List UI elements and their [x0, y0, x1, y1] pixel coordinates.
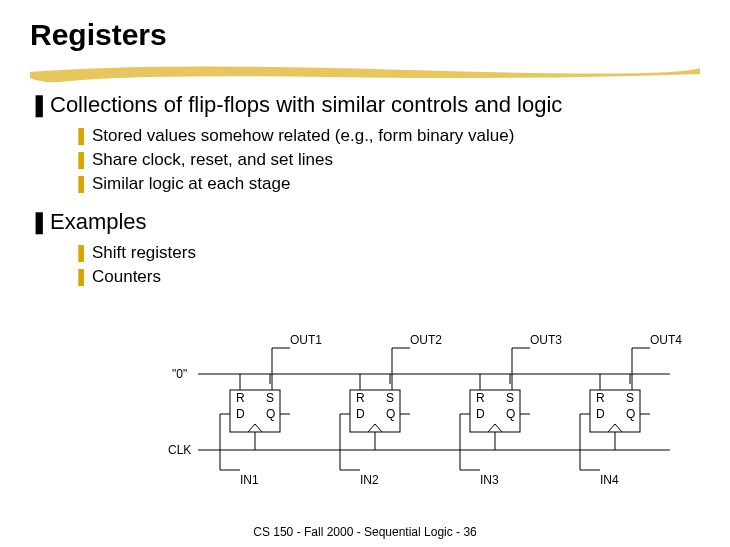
out-label-1: OUT1 — [290, 333, 322, 347]
page-title: Registers — [0, 0, 730, 52]
pin-S: S — [626, 391, 634, 405]
y-bullet-icon: ❚ — [74, 124, 92, 148]
main-bullet-1: ❚Collections of flip-flops with similar … — [30, 92, 700, 118]
main-bullet-1-text: Collections of flip-flops with similar c… — [50, 92, 562, 117]
main-bullet-2: ❚Examples — [30, 209, 700, 235]
title-underline-swoosh — [30, 60, 700, 90]
z-bullet-icon: ❚ — [30, 209, 50, 235]
sub-bullet-2b-text: Counters — [92, 267, 161, 286]
pin-R: R — [356, 391, 365, 405]
sub-bullet-1a-text: Stored values somehow related (e.g., for… — [92, 126, 514, 145]
pin-R: R — [596, 391, 605, 405]
sub-bullet-1c: ❚Similar logic at each stage — [74, 172, 700, 196]
pin-R: R — [476, 391, 485, 405]
pin-Q: Q — [506, 407, 515, 421]
zero-label: "0" — [172, 367, 187, 381]
sub-bullet-1b-text: Share clock, reset, and set lines — [92, 150, 333, 169]
sub-bullet-2a-text: Shift registers — [92, 243, 196, 262]
sub-bullet-2a: ❚Shift registers — [74, 241, 700, 265]
pin-R: R — [236, 391, 245, 405]
register-diagram: R S D Q R S D Q R S D Q R S D Q OUT1 OUT… — [140, 330, 700, 500]
pin-D: D — [356, 407, 365, 421]
in-label-2: IN2 — [360, 473, 379, 487]
out-label-2: OUT2 — [410, 333, 442, 347]
sub-bullet-1a: ❚Stored values somehow related (e.g., fo… — [74, 124, 700, 148]
out-label-4: OUT4 — [650, 333, 682, 347]
slide-footer: CS 150 - Fall 2000 - Sequential Logic - … — [0, 525, 730, 539]
z-bullet-icon: ❚ — [30, 92, 50, 118]
pin-S: S — [386, 391, 394, 405]
pin-S: S — [266, 391, 274, 405]
pin-Q: Q — [626, 407, 635, 421]
sub-bullet-2b: ❚Counters — [74, 265, 700, 289]
clk-label: CLK — [168, 443, 191, 457]
pin-S: S — [506, 391, 514, 405]
pin-D: D — [236, 407, 245, 421]
pin-Q: Q — [386, 407, 395, 421]
in-label-4: IN4 — [600, 473, 619, 487]
in-label-3: IN3 — [480, 473, 499, 487]
pin-D: D — [476, 407, 485, 421]
main-bullet-2-text: Examples — [50, 209, 147, 234]
y-bullet-icon: ❚ — [74, 241, 92, 265]
y-bullet-icon: ❚ — [74, 148, 92, 172]
y-bullet-icon: ❚ — [74, 265, 92, 289]
sub-bullet-1b: ❚Share clock, reset, and set lines — [74, 148, 700, 172]
out-label-3: OUT3 — [530, 333, 562, 347]
pin-D: D — [596, 407, 605, 421]
y-bullet-icon: ❚ — [74, 172, 92, 196]
pin-Q: Q — [266, 407, 275, 421]
sub-bullet-1c-text: Similar logic at each stage — [92, 174, 290, 193]
in-label-1: IN1 — [240, 473, 259, 487]
